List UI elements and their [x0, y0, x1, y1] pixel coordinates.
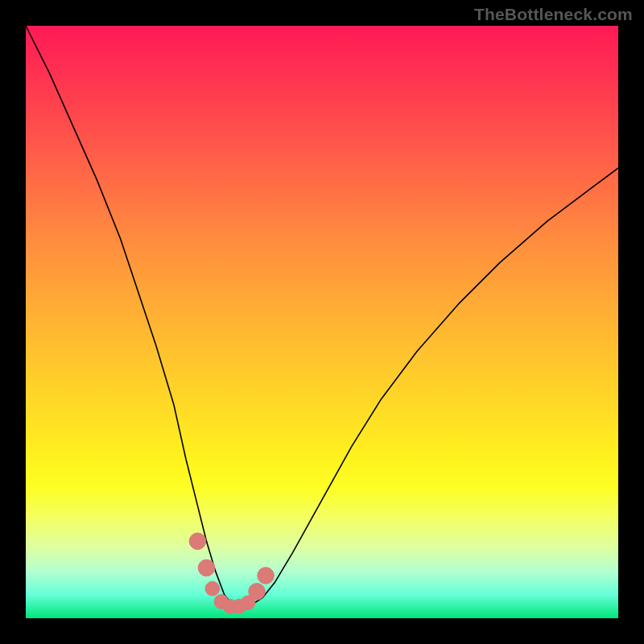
marker-point — [198, 559, 215, 576]
marker-group — [189, 533, 274, 613]
chart-frame: TheBottleneck.com — [0, 0, 644, 644]
bottleneck-curve — [26, 26, 618, 618]
watermark-text: TheBottleneck.com — [474, 5, 633, 24]
marker-point — [205, 581, 220, 596]
marker-point — [189, 533, 206, 550]
curve-path — [26, 26, 618, 606]
plot-area — [26, 26, 618, 618]
marker-point — [249, 584, 266, 601]
marker-point — [258, 568, 275, 584]
